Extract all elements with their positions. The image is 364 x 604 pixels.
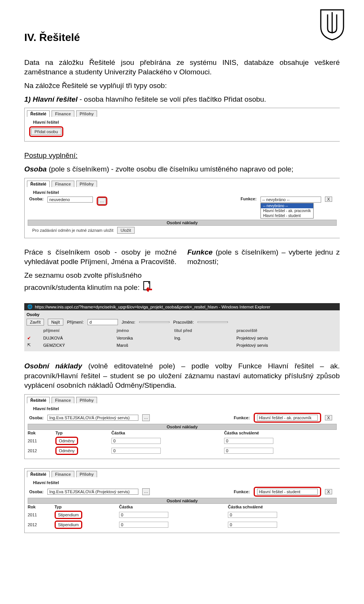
pracoviste-input[interactable] [198, 321, 228, 323]
type-cell-highlight: Stipendium [55, 511, 82, 519]
tab-finance[interactable]: Finance [52, 397, 74, 403]
amount-approved-input[interactable]: 0 [228, 512, 277, 518]
osoba-label: Osoba: [29, 197, 44, 201]
osoba-label: Osoba: [29, 489, 44, 494]
cost-row: 2012 Stipendium 0 0 [28, 520, 337, 530]
col-typ: Typ [55, 430, 111, 436]
osoba-label: Osoba: [29, 415, 44, 420]
amount-input[interactable]: 0 [119, 522, 168, 528]
col-castka-schvalene: Částka schválené [224, 430, 337, 436]
tab-prilohy[interactable]: Přílohy [76, 110, 97, 117]
screenshot-3: Řešitelé Finance Přílohy Hlavní řešitel … [24, 394, 340, 459]
osoba-lookup-button[interactable]: … [142, 414, 150, 421]
osoba-input[interactable]: Ing.Eva STEJSKALOVÁ (Projektový servis) [47, 415, 138, 421]
jmeno-input[interactable] [139, 321, 169, 323]
funkce-select[interactable]: Hlavní řešitel - student [257, 489, 318, 495]
funkce-select[interactable]: Hlavní řešitel - ak. pracovník [257, 415, 318, 421]
postup-line: Osoba (pole s číselníkem) - zvolte osobu… [24, 164, 340, 174]
tab-finance[interactable]: Finance [52, 471, 74, 477]
tab-prilohy[interactable]: Přílohy [76, 181, 97, 187]
amount-input[interactable]: 0 [111, 448, 161, 454]
osoba-lookup-button[interactable]: … [98, 198, 106, 204]
remove-row-button[interactable]: X [325, 197, 332, 202]
table-row[interactable]: ⇱ GEMZICKÝMarošProjektový servis [27, 342, 337, 348]
cost-row: 2011 Stipendium 0 0 [28, 510, 337, 520]
funkce-label: Funkce: [240, 197, 256, 201]
remove-row-button[interactable]: X [325, 489, 332, 494]
amount-input[interactable]: 0 [119, 512, 168, 518]
intro-paragraph: Data na záložku Řešitelé jsou přebírána … [24, 58, 340, 77]
osobni-naklady-paragraph: Osobní náklady (volně editovatelné pole)… [24, 361, 340, 390]
save-button[interactable]: Uložit [117, 227, 135, 234]
types-intro: Na záložce Řešitelé se vyplňují tři typy… [24, 81, 340, 91]
close-button[interactable]: Zavřít [27, 319, 44, 326]
col-pracoviste: pracoviště [237, 327, 337, 334]
col-castka: Částka [119, 504, 228, 510]
screenshot-2: Řešitelé Finance Přílohy Hlavní řešitel … [24, 178, 340, 238]
section-hlavni-resitel: Hlavní řešitel [33, 120, 59, 124]
amount-input[interactable]: 0 [111, 438, 161, 444]
col-jmeno: jméno [117, 327, 174, 334]
cost-row: 2011 Odměny 0 0 [28, 436, 337, 446]
amount-approved-input[interactable]: 0 [224, 448, 273, 454]
funkce-select[interactable]: -- nevybráno -- [260, 197, 321, 203]
tab-finance[interactable]: Finance [52, 110, 74, 117]
tab-resitele[interactable]: Řešitelé [27, 471, 50, 477]
tab-prilohy[interactable]: Přílohy [76, 471, 97, 477]
section-hlavni-resitel: Hlavní řešitel [33, 406, 59, 411]
table-row[interactable]: ↙ DUJKOVÁVeronikaIng.Projektový servis [27, 335, 337, 341]
tab-resitele[interactable]: Řešitelé [27, 110, 50, 117]
amount-approved-input[interactable]: 0 [228, 522, 277, 528]
amount-approved-input[interactable]: 0 [224, 438, 273, 444]
cost-row: 2012 Odměny 0 0 [28, 446, 337, 456]
col-castka-schvalene: Částka schválené [228, 504, 337, 510]
lookup-heading: Osoby [27, 311, 337, 318]
osoba-input[interactable]: neuvedeno [47, 197, 93, 203]
type-cell-highlight: Stipendium [55, 521, 82, 529]
col-typ: Typ [55, 504, 119, 510]
funkce-dropdown-list[interactable]: -- nevybráno -- Hlavní řešitel - ak. pra… [260, 203, 314, 219]
add-person-button[interactable]: Přidat osobu [31, 128, 61, 135]
select-row-icon[interactable]: ↙ [27, 335, 31, 340]
screenshot-4: Řešitelé Finance Přílohy Hlavní řešitel … [24, 468, 340, 533]
lookup-window: 🌐 https://www.inis.upol.cz/?fname=dyncis… [24, 303, 340, 351]
type-1-line: 1) Hlavní řešitel - osoba hlavního řešit… [24, 94, 340, 104]
remove-row-button[interactable]: X [325, 415, 332, 420]
screenshot-1: Řešitelé Finance Přílohy Hlavní řešitel … [24, 108, 340, 142]
prijmeni-input[interactable]: d [88, 319, 118, 325]
col-prijmeni: příjmení [43, 327, 116, 334]
find-button[interactable]: Najít [48, 319, 63, 326]
save-hint: Pro zadávání odměn je nutné záznam uloži… [32, 228, 113, 233]
tab-resitele[interactable]: Řešitelé [27, 397, 50, 403]
window-title: https://www.inis.upol.cz/?fname=dyncisel… [35, 305, 270, 309]
osobni-naklady-bar: Osobní náklady [28, 220, 337, 226]
page-title: IV. Řešitelé [24, 30, 340, 45]
osoba-input[interactable]: Ing.Eva STEJSKALOVÁ (Projektový servis) [47, 489, 138, 495]
funkce-label: Funkce: [234, 489, 249, 494]
section-hlavni-resitel: Hlavní řešitel [33, 190, 59, 195]
type-cell-highlight: Odměny [55, 447, 78, 455]
osoba-lookup-button[interactable]: … [142, 488, 150, 495]
col-titul: titul před [174, 327, 235, 334]
type-cell-highlight: Odměny [55, 437, 78, 445]
col-castka: Částka [111, 430, 224, 436]
left-column-text: Práce s číselníkem osob - osoby je možné… [24, 247, 177, 300]
osobni-naklady-bar: Osobní náklady [28, 424, 337, 430]
tab-prilohy[interactable]: Přílohy [76, 397, 97, 403]
select-row-icon[interactable]: ⇱ [27, 343, 31, 347]
pracoviste-label: Pracoviště: [173, 320, 194, 324]
right-column-text: Funkce (pole s číselníkem) – vyberte jed… [187, 247, 340, 271]
postup-heading: Postup vyplnění: [24, 151, 340, 160]
osobni-naklady-bar: Osobní náklady [28, 498, 337, 504]
section-hlavni-resitel: Hlavní řešitel [33, 480, 59, 485]
col-rok: Rok [28, 504, 55, 510]
col-rok: Rok [28, 430, 55, 436]
jmeno-label: Jméno: [122, 320, 135, 324]
university-logo [318, 8, 346, 44]
tab-finance[interactable]: Finance [52, 181, 74, 187]
insert-row-icon [141, 280, 154, 296]
funkce-label: Funkce: [234, 415, 249, 420]
tab-resitele[interactable]: Řešitelé [27, 181, 50, 187]
window-icon: 🌐 [27, 304, 33, 309]
prijmeni-label: Příjmení: [67, 320, 84, 324]
